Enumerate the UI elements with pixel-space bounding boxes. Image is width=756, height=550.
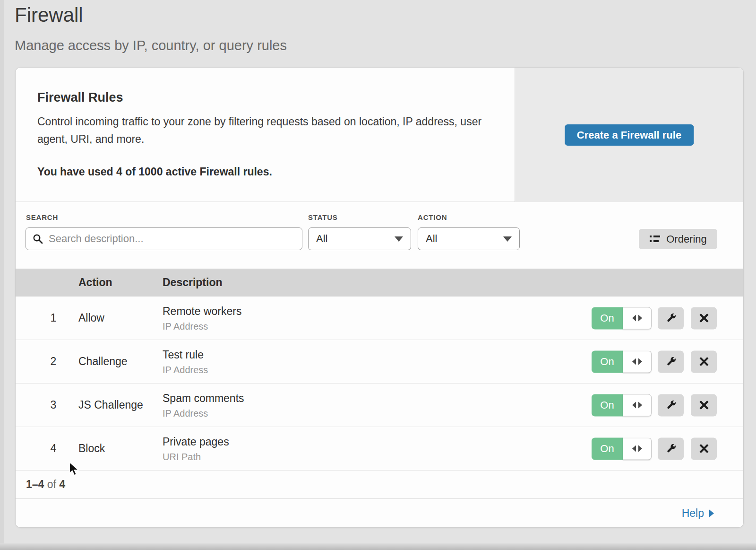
rule-description: Test rule xyxy=(163,348,208,361)
wrench-icon xyxy=(665,312,677,324)
firewall-rules-card: Create a Firewall rule Firewall Rules Co… xyxy=(16,68,743,527)
close-icon xyxy=(699,400,709,410)
search-icon xyxy=(33,234,43,244)
toggle-right-arrow-icon xyxy=(638,358,642,365)
card-footer: Help xyxy=(16,498,743,527)
rule-enabled-toggle[interactable]: On xyxy=(592,394,652,416)
close-icon xyxy=(699,444,709,454)
column-header-description: Description xyxy=(163,269,223,297)
rule-match-type: IP Address xyxy=(163,321,241,332)
rule-priority: 4 xyxy=(43,427,64,470)
rule-description-cell: Test rule IP Address xyxy=(163,348,208,375)
toggle-right-arrow-icon xyxy=(638,445,642,452)
edit-rule-button[interactable] xyxy=(658,350,684,373)
page-subtitle: Manage access by IP, country, or query r… xyxy=(15,38,287,53)
rule-enabled-toggle[interactable]: On xyxy=(592,307,652,329)
rule-description: Spam comments xyxy=(163,392,244,404)
chevron-down-icon xyxy=(503,236,512,242)
usage-summary: You have used 4 of 1000 active Firewall … xyxy=(37,166,272,178)
toggle-left-arrow-icon xyxy=(632,315,636,322)
toggle-left-arrow-icon xyxy=(632,402,636,409)
wrench-icon xyxy=(665,443,677,455)
chevron-down-icon xyxy=(395,236,403,242)
edit-rule-button[interactable] xyxy=(658,307,684,329)
pagination-total: 4 xyxy=(59,478,65,490)
rule-description-cell: Spam comments IP Address xyxy=(163,392,244,419)
rule-action: Challenge xyxy=(78,340,128,383)
column-header-action: Action xyxy=(78,269,112,297)
toggle-left-arrow-icon xyxy=(632,445,636,452)
action-label: ACTION xyxy=(418,213,447,221)
section-description: Control incoming traffic to your zone by… xyxy=(37,113,485,148)
toggle-on-label: On xyxy=(592,307,623,329)
close-icon xyxy=(699,313,709,323)
rule-match-type: IP Address xyxy=(163,364,208,375)
filter-bar: SEARCH STATUS ACTION All All Ord xyxy=(16,202,743,269)
help-link-label: Help xyxy=(682,507,704,520)
wrench-icon xyxy=(665,399,677,411)
edit-rule-button[interactable] xyxy=(658,394,684,416)
rule-description-cell: Remote workers IP Address xyxy=(163,305,241,332)
pagination-of: of xyxy=(47,478,56,490)
table-row: 3 JS Challenge Spam comments IP Address … xyxy=(16,384,743,427)
pagination-bar: 1–4 of 4 xyxy=(16,471,743,498)
rule-action: Allow xyxy=(78,297,104,340)
window-left-edge xyxy=(0,0,4,550)
toggle-right-arrow-icon xyxy=(638,402,642,409)
toggle-on-label: On xyxy=(592,394,623,416)
delete-rule-button[interactable] xyxy=(691,307,717,329)
create-rule-panel: Create a Firewall rule xyxy=(515,68,743,202)
toggle-handle[interactable] xyxy=(623,350,652,373)
search-label: SEARCH xyxy=(26,213,58,221)
ordered-list-icon xyxy=(649,235,661,244)
help-link[interactable]: Help xyxy=(682,507,714,520)
edit-rule-button[interactable] xyxy=(658,437,684,460)
arrow-right-icon xyxy=(709,509,714,517)
action-selected-value: All xyxy=(426,233,437,245)
table-row: 4 Block Private pages URI Path On xyxy=(16,427,743,471)
rules-list: 1 Allow Remote workers IP Address On xyxy=(16,297,743,471)
action-select[interactable]: All xyxy=(418,227,520,250)
table-header: Action Description xyxy=(16,269,743,297)
pagination-summary: 1–4 of 4 xyxy=(26,471,65,498)
ordering-button[interactable]: Ordering xyxy=(639,229,717,249)
delete-rule-button[interactable] xyxy=(691,350,717,373)
rule-action: JS Challenge xyxy=(78,384,143,427)
page-title: Firewall xyxy=(15,4,83,26)
intro-section: Create a Firewall rule Firewall Rules Co… xyxy=(16,68,743,202)
table-row: 2 Challenge Test rule IP Address On xyxy=(16,340,743,384)
rule-enabled-toggle[interactable]: On xyxy=(592,437,652,460)
toggle-right-arrow-icon xyxy=(638,315,642,322)
toggle-handle[interactable] xyxy=(623,437,652,460)
window-bottom-edge xyxy=(0,543,756,550)
firewall-page: { "page": { "title": "Firewall", "subtit… xyxy=(0,0,756,550)
table-row: 1 Allow Remote workers IP Address On xyxy=(16,297,743,340)
status-label: STATUS xyxy=(308,213,338,221)
rule-priority: 2 xyxy=(43,340,64,383)
rule-description: Private pages xyxy=(163,435,229,448)
rule-description: Remote workers xyxy=(163,305,241,317)
rule-match-type: URI Path xyxy=(163,451,229,462)
toggle-on-label: On xyxy=(592,437,623,460)
rule-priority: 1 xyxy=(43,297,64,340)
search-input[interactable] xyxy=(26,227,302,250)
ordering-button-label: Ordering xyxy=(666,233,707,245)
search-field-wrap xyxy=(26,227,302,250)
section-heading: Firewall Rules xyxy=(37,90,123,105)
toggle-handle[interactable] xyxy=(623,307,652,329)
rule-description-cell: Private pages URI Path xyxy=(163,435,229,462)
rule-priority: 3 xyxy=(43,384,64,427)
delete-rule-button[interactable] xyxy=(691,394,717,416)
delete-rule-button[interactable] xyxy=(691,437,717,460)
rule-action: Block xyxy=(78,427,105,470)
status-selected-value: All xyxy=(316,233,327,245)
create-firewall-rule-button[interactable]: Create a Firewall rule xyxy=(565,124,694,146)
pagination-range: 1–4 xyxy=(26,478,44,490)
close-icon xyxy=(699,357,709,367)
rule-enabled-toggle[interactable]: On xyxy=(592,350,652,373)
toggle-on-label: On xyxy=(592,350,623,373)
toggle-left-arrow-icon xyxy=(632,358,636,365)
status-select[interactable]: All xyxy=(308,227,411,250)
rule-match-type: IP Address xyxy=(163,408,244,419)
toggle-handle[interactable] xyxy=(623,394,652,416)
